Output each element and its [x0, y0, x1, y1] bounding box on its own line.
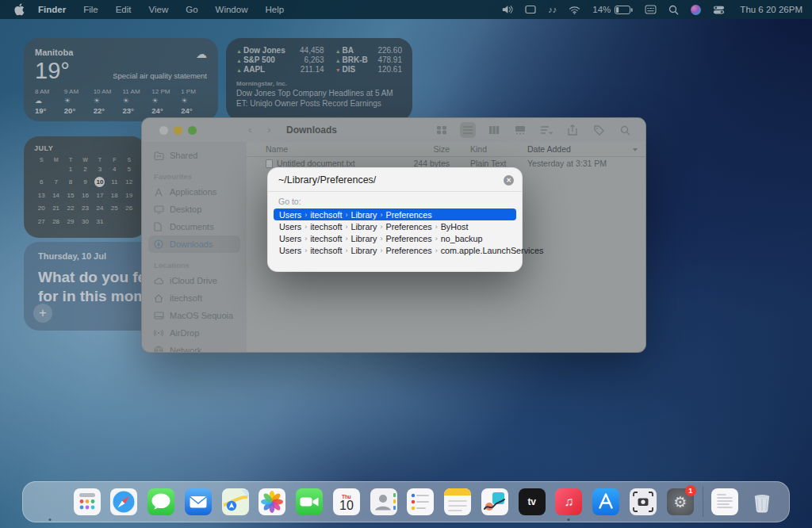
calendar-date[interactable]: 16 — [78, 189, 92, 202]
stock-symbol[interactable]: ▲Dow Jones — [236, 46, 300, 55]
column-header-date-added[interactable]: Date Added — [527, 144, 571, 154]
calendar-date[interactable]: 23 — [78, 202, 92, 216]
sort-chevron-icon[interactable] — [633, 148, 638, 151]
stock-symbol[interactable]: ▲BRK-B — [335, 55, 378, 64]
calendar-date[interactable]: 30 — [78, 215, 92, 228]
spotlight-icon[interactable] — [668, 5, 679, 15]
journal-add-button[interactable]: + — [33, 304, 52, 323]
dock-item-safari[interactable] — [109, 483, 139, 521]
path-input[interactable]: ~/Library/Preferences/ — [278, 174, 376, 186]
menu-go[interactable]: Go — [186, 5, 197, 14]
clear-input-icon[interactable]: ✕ — [504, 175, 514, 186]
calendar-widget[interactable]: JULY SMTWTFS 123456789101112131415161718… — [24, 136, 147, 238]
dock-item-notes[interactable] — [442, 483, 473, 521]
calendar-date[interactable]: 25 — [107, 202, 121, 216]
calendar-date[interactable]: 10 — [93, 176, 107, 189]
battery-status[interactable]: 14% — [592, 5, 633, 14]
menu-help[interactable]: Help — [265, 5, 284, 14]
calendar-date[interactable]: 2 — [78, 163, 92, 176]
calendar-date[interactable]: 20 — [34, 202, 48, 216]
calendar-date[interactable]: 15 — [63, 189, 78, 202]
calendar-date[interactable]: 17 — [93, 189, 107, 202]
calendar-date[interactable]: 11 — [107, 176, 121, 189]
weather-widget[interactable]: Manitoba 19° ☁ Special air quality state… — [24, 38, 218, 121]
input-source-icon[interactable] — [645, 5, 657, 14]
menu-file[interactable]: File — [83, 5, 98, 14]
dock-item-appstore[interactable] — [591, 483, 621, 521]
dock-item-contacts[interactable] — [369, 483, 399, 521]
stock-symbol[interactable]: ▲S&P 500 — [236, 55, 300, 64]
dock-item-messages[interactable] — [146, 483, 176, 521]
siri-icon[interactable] — [691, 5, 701, 15]
tag-icon[interactable] — [591, 122, 607, 138]
volume-icon[interactable] — [501, 5, 513, 14]
calendar-date[interactable]: 21 — [48, 202, 63, 216]
wifi-icon[interactable] — [569, 6, 580, 14]
sidebar-item-itechsoft[interactable]: itechsoft — [148, 289, 240, 307]
calendar-date[interactable]: 28 — [48, 215, 63, 228]
calendar-date[interactable]: 9 — [78, 176, 92, 189]
calendar-date[interactable]: 6 — [34, 176, 48, 189]
forward-button[interactable]: › — [267, 124, 270, 136]
calendar-date[interactable]: 1 — [63, 163, 78, 176]
menu-view[interactable]: View — [149, 5, 169, 14]
dock-item-calendar[interactable]: Thu10 — [331, 483, 362, 521]
menubar-clock[interactable]: Thu 6 20 26PM — [740, 5, 802, 14]
stock-symbol[interactable]: ▲AAPL — [236, 65, 300, 74]
stock-news[interactable]: Morningstar, Inc. Dow Jones Top Company … — [236, 80, 402, 109]
calendar-date[interactable]: 18 — [107, 189, 121, 202]
dock-item-apps[interactable] — [72, 483, 102, 521]
now-playing-icon[interactable]: ♪♪ — [548, 5, 557, 14]
sidebar-item-airdrop[interactable]: AirDrop — [148, 324, 240, 342]
group-by-icon[interactable] — [538, 122, 554, 138]
stock-symbol[interactable]: ▼DIS — [335, 65, 378, 74]
calendar-date[interactable]: 13 — [34, 189, 48, 202]
share-icon[interactable] — [565, 122, 580, 138]
sidebar-item-applications[interactable]: Applications — [148, 183, 240, 201]
calendar-today[interactable]: 10 — [94, 177, 105, 187]
calendar-date[interactable]: 3 — [93, 163, 107, 176]
calendar-date[interactable]: 19 — [122, 189, 136, 202]
dock-item-tv[interactable]: tv — [517, 483, 547, 521]
calendar-date[interactable]: 24 — [93, 202, 107, 216]
calendar-date[interactable]: 8 — [63, 176, 78, 189]
path-suggestion-row[interactable]: Users›itechsoft›Library›Preferences›no_b… — [274, 232, 516, 244]
sidebar-item-macos-sequoia[interactable]: MacOS Sequoia — [148, 307, 240, 324]
calendar-date[interactable]: 12 — [122, 176, 136, 189]
sidebar-item-downloads[interactable]: Downloads — [148, 235, 240, 253]
finder-titlebar[interactable]: ‹ › Downloads — [142, 118, 645, 142]
dock-item-mail[interactable] — [183, 483, 213, 521]
menu-app-name[interactable]: Finder — [38, 5, 66, 14]
list-view-icon[interactable] — [460, 122, 476, 138]
calendar-date[interactable]: 7 — [48, 176, 63, 189]
calendar-date[interactable]: 26 — [122, 202, 136, 216]
calendar-date[interactable]: 4 — [107, 163, 121, 176]
column-header-size[interactable]: Size — [402, 144, 450, 154]
calendar-date[interactable]: 5 — [122, 163, 136, 176]
back-button[interactable]: ‹ — [248, 124, 251, 136]
sidebar-item-desktop[interactable]: Desktop — [148, 201, 240, 218]
column-header-kind[interactable]: Kind — [470, 144, 487, 154]
sidebar-item-shared[interactable]: Shared — [148, 147, 240, 164]
sidebar-item-network[interactable]: Network — [148, 342, 240, 353]
sidebar-item-icloud-drive[interactable]: iCloud Drive — [148, 272, 240, 289]
stock-symbol[interactable]: ▲BA — [335, 46, 378, 55]
calendar-date[interactable]: 22 — [63, 202, 78, 216]
dock-item-music[interactable]: ♫ — [553, 483, 584, 521]
path-suggestion-row[interactable]: Users›itechsoft›Library›Preferences›com.… — [274, 245, 516, 257]
control-center-icon[interactable] — [713, 5, 725, 15]
dock-item-reminders[interactable] — [405, 483, 435, 521]
stocks-widget[interactable]: ▲Dow Jones44,458▲S&P 5006,263▲AAPL211.14… — [226, 38, 412, 121]
column-header-name[interactable]: Name — [266, 144, 288, 154]
dock-item-document[interactable] — [710, 483, 740, 521]
menu-edit[interactable]: Edit — [116, 5, 132, 14]
apple-menu-icon[interactable] — [14, 3, 25, 16]
dock-item-maps[interactable] — [220, 483, 251, 521]
dock-item-photos[interactable] — [257, 483, 287, 521]
close-button[interactable] — [159, 126, 168, 135]
minimize-button[interactable] — [174, 126, 182, 135]
calendar-date[interactable]: 31 — [93, 215, 107, 228]
search-icon[interactable] — [617, 122, 633, 138]
calendar-date[interactable]: 14 — [48, 189, 63, 202]
menu-window[interactable]: Window — [216, 5, 248, 14]
